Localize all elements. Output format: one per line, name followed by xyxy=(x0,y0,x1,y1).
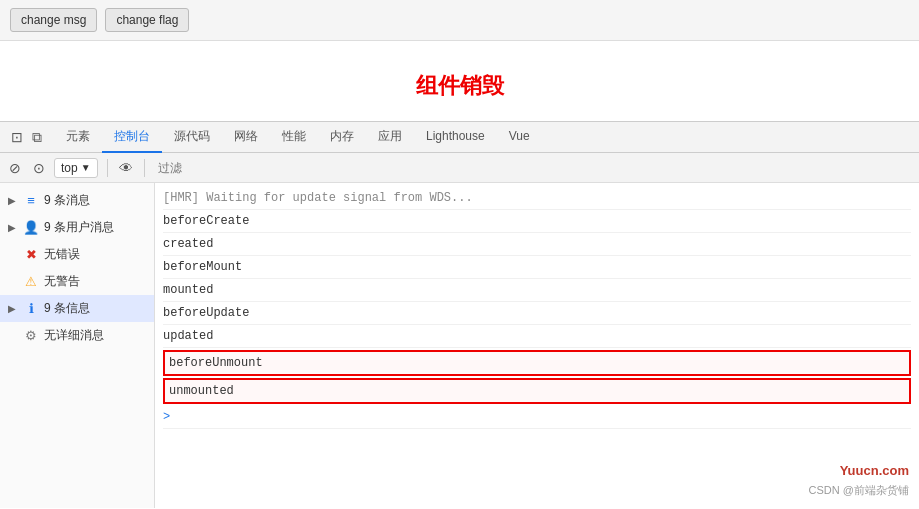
device-icon[interactable]: ⧉ xyxy=(28,128,46,146)
console-line: mounted xyxy=(163,279,911,302)
sidebar-user-messages-label: 9 条用户消息 xyxy=(44,219,114,236)
sidebar-all-messages-label: 9 条消息 xyxy=(44,192,90,209)
csdn-label: CSDN @前端杂货铺 xyxy=(809,483,909,498)
console-output: [HMR] Waiting for update signal from WDS… xyxy=(155,183,919,508)
filter-input[interactable] xyxy=(154,159,913,177)
top-buttons-bar: change msg change flag xyxy=(0,0,919,41)
change-msg-button[interactable]: change msg xyxy=(10,8,97,32)
gear-icon: ⚙ xyxy=(23,328,39,344)
messages-icon: ≡ xyxy=(23,193,39,209)
console-line: [HMR] Waiting for update signal from WDS… xyxy=(163,187,911,210)
filter-icon[interactable]: ⊙ xyxy=(30,159,48,177)
console-wrapper: [HMR] Waiting for update signal from WDS… xyxy=(155,183,919,508)
change-flag-button[interactable]: change flag xyxy=(105,8,189,32)
sidebar-item-all-messages[interactable]: ▶ ≡ 9 条消息 xyxy=(0,187,154,214)
console-line: beforeCreate xyxy=(163,210,911,233)
tab-network[interactable]: 网络 xyxy=(222,122,270,153)
toolbar-separator-2 xyxy=(144,159,145,177)
sidebar-item-info[interactable]: ▶ ℹ 9 条信息 xyxy=(0,295,154,322)
eye-icon[interactable]: 👁 xyxy=(117,159,135,177)
tab-elements[interactable]: 元素 xyxy=(54,122,102,153)
warning-icon: ⚠ xyxy=(23,274,39,290)
chevron-down-icon: ▼ xyxy=(81,162,91,173)
tab-performance[interactable]: 性能 xyxy=(270,122,318,153)
cursor-icon[interactable]: ⊡ xyxy=(8,128,26,146)
console-line: beforeMount xyxy=(163,256,911,279)
title-area: 组件销毁 xyxy=(0,41,919,121)
sidebar-item-errors[interactable]: ▶ ✖ 无错误 xyxy=(0,241,154,268)
expand-arrow-spacer-3: ▶ xyxy=(8,303,16,314)
sidebar-warnings-label: 无警告 xyxy=(44,273,80,290)
console-line-highlighted: beforeUnmount xyxy=(163,350,911,376)
tab-memory[interactable]: 内存 xyxy=(318,122,366,153)
toolbar-separator xyxy=(107,159,108,177)
sidebar-item-user-messages[interactable]: ▶ 👤 9 条用户消息 xyxy=(0,214,154,241)
console-line: updated xyxy=(163,325,911,348)
tab-lighthouse[interactable]: Lighthouse xyxy=(414,123,497,151)
sidebar-verbose-label: 无详细消息 xyxy=(44,327,104,344)
user-icon: 👤 xyxy=(23,220,39,236)
info-icon: ℹ xyxy=(23,301,39,317)
tab-console[interactable]: 控制台 xyxy=(102,122,162,153)
console-line: created xyxy=(163,233,911,256)
console-line-highlighted-2: unmounted xyxy=(163,378,911,404)
watermark: Yuucn.com xyxy=(840,463,909,478)
console-line: beforeUpdate xyxy=(163,302,911,325)
expand-arrow-icon-2: ▶ xyxy=(8,222,16,233)
tab-application[interactable]: 应用 xyxy=(366,122,414,153)
console-sidebar: ▶ ≡ 9 条消息 ▶ 👤 9 条用户消息 ▶ ✖ 无错误 ▶ ⚠ 无警告 ▶ … xyxy=(0,183,155,508)
block-icon[interactable]: ⊘ xyxy=(6,159,24,177)
devtools-tab-bar: ⊡ ⧉ 元素 控制台 源代码 网络 性能 内存 应用 Lighthouse Vu… xyxy=(0,121,919,153)
sidebar-item-warnings[interactable]: ▶ ⚠ 无警告 xyxy=(0,268,154,295)
expand-arrow-icon: ▶ xyxy=(8,195,16,206)
sidebar-info-label: 9 条信息 xyxy=(44,300,90,317)
top-label: top xyxy=(61,161,78,175)
error-icon: ✖ xyxy=(23,247,39,263)
page-title: 组件销毁 xyxy=(0,71,919,101)
console-prompt[interactable]: > xyxy=(163,406,911,429)
tab-vue[interactable]: Vue xyxy=(497,123,542,151)
console-main: ▶ ≡ 9 条消息 ▶ 👤 9 条用户消息 ▶ ✖ 无错误 ▶ ⚠ 无警告 ▶ … xyxy=(0,183,919,508)
sidebar-item-verbose[interactable]: ▶ ⚙ 无详细消息 xyxy=(0,322,154,349)
tab-sources[interactable]: 源代码 xyxy=(162,122,222,153)
sidebar-errors-label: 无错误 xyxy=(44,246,80,263)
top-dropdown[interactable]: top ▼ xyxy=(54,158,98,178)
console-toolbar: ⊘ ⊙ top ▼ 👁 xyxy=(0,153,919,183)
